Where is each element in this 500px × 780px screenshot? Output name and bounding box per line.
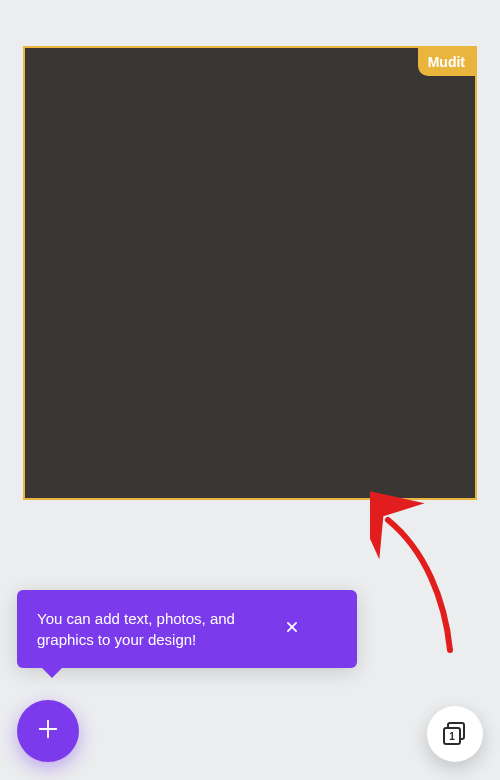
pages-icon: 1	[443, 722, 467, 746]
close-icon	[285, 620, 299, 638]
canvas-area[interactable]: Mudit	[23, 46, 477, 500]
annotation-arrow	[370, 490, 480, 670]
add-element-button[interactable]	[17, 700, 79, 762]
page-count: 1	[443, 727, 461, 745]
onboarding-tooltip: You can add text, photos, and graphics t…	[17, 590, 357, 668]
collaborator-name: Mudit	[428, 54, 465, 70]
tooltip-close-button[interactable]	[277, 614, 307, 644]
tooltip-pointer	[42, 668, 62, 678]
plus-icon	[37, 718, 59, 744]
design-canvas[interactable]: Mudit	[23, 46, 477, 500]
onboarding-tooltip-text: You can add text, photos, and graphics t…	[37, 608, 237, 650]
pages-button[interactable]: 1	[427, 706, 483, 762]
collaborator-badge: Mudit	[418, 48, 475, 76]
